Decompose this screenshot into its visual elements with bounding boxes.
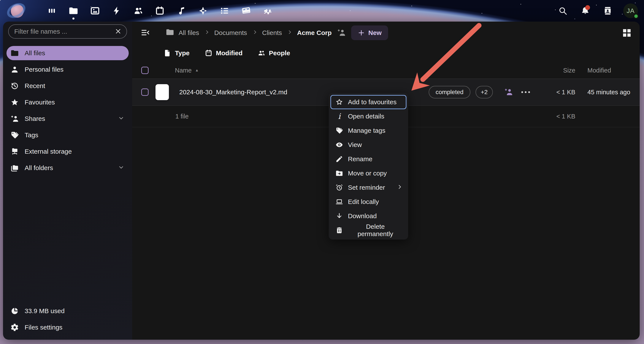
folder-icon [10, 49, 19, 57]
sidebar-item-label: Shares [24, 115, 45, 122]
breadcrumb-clients[interactable]: Clients [262, 29, 282, 36]
star-outline-icon [335, 98, 344, 106]
app-logo[interactable] [6, 0, 27, 21]
filter-input[interactable] [8, 24, 127, 39]
more-tags-chip[interactable]: +2 [476, 86, 493, 98]
people-icon [258, 49, 266, 57]
app-photos[interactable] [88, 1, 102, 20]
photos-icon [90, 6, 100, 16]
total-size: < 1 KB [536, 113, 575, 120]
app-signature[interactable] [261, 1, 275, 20]
sidebar-item-shares[interactable]: Shares [6, 112, 129, 126]
share-person-icon [337, 28, 346, 37]
file-name[interactable]: 2024-08-30_Marketing-Report_v2.md [179, 88, 287, 96]
contacts-card-icon [603, 6, 612, 15]
app-recognize[interactable] [196, 1, 210, 20]
menu-item-label: Delete permanently [348, 223, 403, 238]
pie-chart-icon [10, 307, 19, 315]
files-settings-label: Files settings [24, 324, 62, 331]
sidebar-item-recent[interactable]: Recent [6, 79, 129, 93]
chevron-right-icon [287, 29, 293, 36]
row-checkbox[interactable] [141, 88, 148, 96]
chevron-down-icon[interactable] [118, 164, 124, 172]
menu-open-details[interactable]: i Open details [330, 109, 406, 123]
menu-delete-permanently[interactable]: Delete permanently [330, 223, 406, 237]
contacts-menu-button[interactable] [601, 4, 615, 18]
column-header-modified[interactable]: Modified [588, 67, 634, 74]
menu-set-reminder[interactable]: Set reminder [330, 180, 406, 195]
sidebar-item-all-files[interactable]: All files [6, 46, 129, 60]
laptop-icon [335, 197, 344, 206]
menu-manage-tags[interactable]: Manage tags [330, 123, 406, 138]
sidebar-item-label: Tags [24, 131, 38, 139]
calendar-icon [155, 6, 165, 16]
share-person-icon [504, 87, 513, 96]
user-avatar[interactable]: JA [623, 3, 638, 18]
app-contacts[interactable] [131, 1, 145, 20]
select-all-checkbox[interactable] [141, 67, 148, 74]
network-folder-icon [10, 147, 19, 156]
grid-view-icon [623, 29, 630, 37]
clear-filter-button[interactable] [114, 27, 122, 36]
tag-icon [10, 131, 19, 139]
file-thumbnail [156, 84, 169, 100]
storage-quota[interactable]: 33.9 MB used [6, 304, 129, 318]
app-money[interactable] [239, 1, 253, 20]
sidebar-item-external-storage[interactable]: External storage [6, 144, 129, 159]
plus-icon [358, 29, 365, 36]
menu-rename[interactable]: Rename [330, 152, 406, 166]
file-icon [164, 49, 172, 57]
grid-view-toggle[interactable] [620, 26, 633, 39]
menu-view[interactable]: View [330, 138, 406, 152]
search-icon [558, 6, 568, 15]
tag-icon [335, 126, 344, 135]
tag-chip-completed[interactable]: completed [429, 86, 470, 98]
sidebar-item-all-folders[interactable]: All folders [6, 161, 129, 175]
files-sidebar: All files Personal files Recent Favourit… [3, 21, 132, 340]
app-tasks[interactable] [218, 1, 232, 20]
breadcrumb-documents[interactable]: Documents [214, 29, 247, 36]
money-icon [241, 6, 251, 16]
filter-chip-modified[interactable]: Modified [205, 49, 242, 57]
filter-chip-label: Modified [216, 49, 242, 57]
menu-download[interactable]: Download [330, 209, 406, 223]
sidebar-item-personal-files[interactable]: Personal files [6, 62, 129, 77]
notifications-button[interactable] [578, 4, 592, 18]
menu-item-label: Add to favourites [348, 98, 396, 106]
files-settings[interactable]: Files settings [6, 320, 129, 335]
breadcrumb-current-acme-corp[interactable]: Acme Corp [297, 29, 332, 36]
search-button[interactable] [556, 4, 570, 18]
sidebar-item-label: All folders [24, 164, 53, 172]
activity-icon [112, 6, 122, 16]
app-calendar[interactable] [153, 1, 167, 20]
menu-move-or-copy[interactable]: Move or copy [330, 166, 406, 180]
app-music[interactable] [174, 1, 188, 20]
share-folder-button[interactable] [337, 27, 346, 39]
menu-item-label: Download [348, 212, 377, 220]
sidebar-item-favourites[interactable]: Favourites [6, 95, 129, 109]
app-files[interactable] [66, 1, 80, 20]
row-actions-button[interactable] [521, 87, 530, 97]
sidebar-item-tags[interactable]: Tags [6, 128, 129, 142]
menu-add-to-favourites[interactable]: Add to favourites [330, 95, 406, 109]
column-header-name[interactable]: Name ▲ [175, 67, 199, 74]
menu-item-label: Set reminder [348, 184, 385, 191]
collapse-sidebar-button[interactable] [139, 27, 152, 39]
sidebar-item-label: Recent [24, 82, 45, 90]
app-activity[interactable] [110, 1, 124, 20]
signature-icon [263, 6, 273, 16]
pencil-icon [335, 155, 344, 163]
filter-chip-type[interactable]: Type [164, 49, 190, 57]
breadcrumb-all-files[interactable]: All files [178, 29, 199, 36]
app-dashboard[interactable] [45, 1, 59, 20]
chevron-right-icon [204, 29, 210, 36]
notification-badge [585, 5, 590, 10]
column-header-size[interactable]: Size [536, 67, 575, 74]
menu-item-label: Edit locally [348, 198, 379, 205]
menu-edit-locally[interactable]: Edit locally [330, 195, 406, 209]
sidebar-item-label: External storage [24, 148, 72, 155]
chevron-down-icon[interactable] [118, 115, 124, 123]
filter-chip-people[interactable]: People [258, 49, 290, 57]
row-share-button[interactable] [504, 87, 513, 97]
new-button[interactable]: New [351, 25, 388, 40]
